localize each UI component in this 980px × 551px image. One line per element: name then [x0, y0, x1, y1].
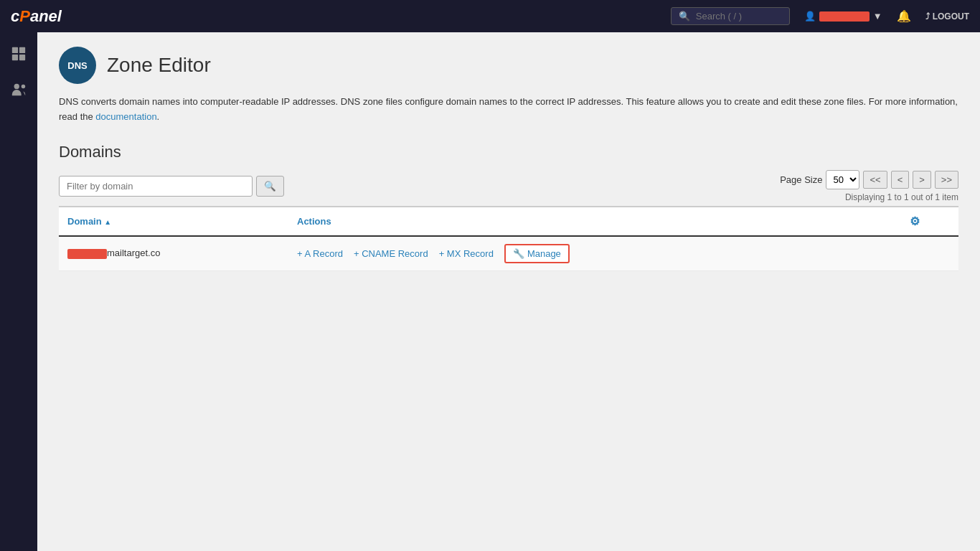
- actions-cell: + A Record + CNAME Record + MX Record 🔧 …: [288, 236, 901, 271]
- top-navigation: cPanel 🔍 👤 ▼ 🔔 ⤴ LOGOUT: [0, 0, 980, 32]
- pagination-prev-button[interactable]: <: [891, 171, 910, 189]
- username-redacted: [819, 11, 870, 22]
- domain-name-suffix: mailtarget.co: [107, 248, 160, 258]
- documentation-link[interactable]: documentation: [95, 111, 156, 122]
- sidebar: [0, 32, 37, 551]
- users-icon: [11, 82, 27, 98]
- col-gear-header: ⚙: [901, 207, 958, 236]
- logout-button[interactable]: ⤴ LOGOUT: [925, 11, 969, 22]
- page-size-label: Page Size: [780, 174, 822, 185]
- pagination-area: Page Size 50 << < > >> Displaying 1 to 1…: [780, 170, 958, 202]
- dropdown-chevron-icon[interactable]: ▼: [873, 11, 882, 22]
- pagination-last-button[interactable]: >>: [935, 171, 958, 189]
- empty-cell: [901, 236, 958, 271]
- cpanel-logo: cPanel: [11, 7, 62, 26]
- page-title: Zone Editor: [107, 54, 211, 77]
- col-domain-header[interactable]: Domain ▲: [59, 207, 288, 236]
- add-a-record-link[interactable]: + A Record: [297, 248, 343, 259]
- sort-arrow-icon: ▲: [104, 218, 111, 226]
- domain-cell: mailtarget.co: [59, 236, 288, 271]
- nav-right: 🔍 👤 ▼ 🔔 ⤴ LOGOUT: [671, 7, 969, 25]
- bell-icon[interactable]: 🔔: [897, 9, 911, 23]
- search-input[interactable]: [696, 11, 782, 22]
- domains-table: Domain ▲ Actions ⚙ mailtarget.co: [59, 206, 958, 271]
- domain-name-redacted: [67, 249, 107, 259]
- user-icon: 👤: [804, 11, 816, 22]
- svg-rect-0: [12, 47, 18, 53]
- filter-search-button[interactable]: 🔍: [256, 176, 284, 197]
- pagination-first-button[interactable]: <<: [863, 171, 887, 189]
- wrench-icon: 🔧: [513, 248, 524, 259]
- search-icon: 🔍: [679, 11, 690, 22]
- svg-rect-1: [19, 47, 25, 53]
- search-bar[interactable]: 🔍: [671, 7, 790, 25]
- pagination-info: Displaying 1 to 1 out of 1 item: [845, 192, 958, 202]
- pagination-controls: Page Size 50 << < > >>: [780, 170, 958, 189]
- sidebar-item-home[interactable]: [4, 39, 33, 68]
- nav-left: cPanel: [11, 7, 62, 26]
- domains-heading: Domains: [59, 143, 958, 161]
- main-content: DNS Zone Editor DNS converts domain name…: [37, 32, 980, 551]
- add-cname-record-link[interactable]: + CNAME Record: [354, 248, 428, 259]
- pagination-next-button[interactable]: >: [913, 171, 931, 189]
- svg-point-4: [14, 84, 19, 89]
- col-actions-header: Actions: [288, 207, 901, 236]
- add-mx-record-link[interactable]: + MX Record: [439, 248, 494, 259]
- grid-icon: [11, 46, 27, 62]
- filter-row: 🔍 Page Size 50 << < > >> Displaying 1 to…: [59, 170, 958, 202]
- manage-button[interactable]: 🔧 Manage: [504, 244, 570, 263]
- user-section: 👤 ▼: [804, 11, 882, 22]
- dns-icon: DNS: [59, 47, 96, 84]
- logout-icon: ⤴: [925, 11, 930, 22]
- table-row: mailtarget.co + A Record + CNAME Record …: [59, 236, 958, 271]
- filter-left: 🔍: [59, 176, 284, 197]
- svg-rect-2: [12, 55, 18, 60]
- svg-point-5: [22, 85, 25, 89]
- search-icon: 🔍: [264, 181, 276, 192]
- gear-icon[interactable]: ⚙: [910, 215, 920, 227]
- page-header: DNS Zone Editor: [59, 47, 958, 84]
- actions-container: + A Record + CNAME Record + MX Record 🔧 …: [297, 244, 892, 263]
- sidebar-item-users[interactable]: [4, 75, 33, 104]
- page-size-select[interactable]: 50: [826, 170, 859, 189]
- page-description: DNS converts domain names into computer-…: [59, 95, 958, 125]
- filter-input[interactable]: [59, 176, 253, 197]
- svg-rect-3: [19, 55, 25, 60]
- layout: DNS Zone Editor DNS converts domain name…: [0, 32, 980, 551]
